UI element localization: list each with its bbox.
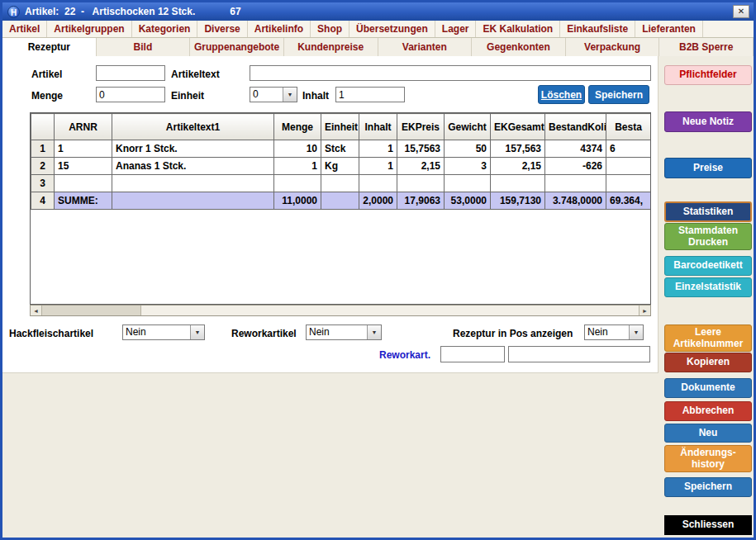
grid-cell-rownum[interactable]: 2 (31, 158, 55, 175)
tab-varianten[interactable]: Varianten (378, 38, 473, 56)
tab-artikel[interactable]: Artikel (2, 21, 47, 37)
aenderungs-history-button[interactable]: Änderungs-history (664, 445, 752, 472)
grid-cell[interactable] (606, 158, 651, 175)
artikel-label: Artikel (31, 69, 62, 80)
neu-button[interactable]: Neu (664, 424, 752, 443)
grid-cell[interactable]: 4374 (545, 140, 606, 158)
preise-button[interactable]: Preise (664, 158, 752, 178)
barcodeetikett-button[interactable]: Barcodeetikett (664, 256, 752, 276)
grid-cell[interactable]: Kg (321, 158, 359, 175)
grid-row[interactable]: 1 1 Knorr 1 Stck. 10 Stck 1 15,7563 50 1… (31, 140, 651, 158)
grid-cell (112, 192, 274, 210)
tab-b2b-sperre[interactable]: B2B Sperre (659, 38, 754, 56)
grid-cell[interactable]: Stck (321, 140, 359, 158)
speichern-button[interactable]: Speichern (664, 477, 752, 497)
leere-artikelnummer-button[interactable]: Leere Artikelnummer (664, 324, 752, 352)
grid-header-arnr: ARNR (55, 114, 112, 140)
delete-button-label: Löschen (541, 89, 582, 101)
grid-cell (321, 192, 359, 210)
grid-cell[interactable] (545, 175, 606, 192)
tab-verpackung[interactable]: Verpackung (566, 38, 660, 56)
tab-einkaufsliste[interactable]: Einkaufsliste (560, 21, 635, 37)
reworkartikel-select[interactable]: Nein ▼ (306, 324, 382, 340)
rezeptur-pos-select[interactable]: Nein ▼ (584, 324, 644, 340)
einzelstatistik-button[interactable]: Einzelstatistik (664, 277, 752, 297)
hackfleisch-select[interactable]: Nein ▼ (122, 324, 205, 340)
grid-cell[interactable]: 6 (606, 140, 651, 158)
tab-shop[interactable]: Shop (311, 21, 349, 37)
grid-cell[interactable]: 157,563 (491, 140, 545, 158)
grid-cell: 3.748,0000 (545, 192, 606, 210)
chevron-down-icon[interactable]: ▼ (629, 325, 643, 339)
grid-cell[interactable]: Knorr 1 Stck. (112, 140, 274, 158)
grid-cell[interactable] (491, 175, 545, 192)
grid-cell[interactable]: 2,15 (397, 158, 445, 175)
pflichtfelder-button[interactable]: Pflichtfelder (664, 65, 752, 85)
reworkart-input-1[interactable] (440, 346, 505, 362)
tab-uebersetzungen[interactable]: Übersetzungen (349, 21, 435, 37)
grid-cell[interactable]: 15,7563 (397, 140, 445, 158)
tab-artikelinfo[interactable]: Artikelinfo (248, 21, 311, 37)
save-row-button[interactable]: Speichern (588, 85, 649, 104)
grid-cell[interactable]: 10 (274, 140, 321, 158)
kopieren-button[interactable]: Kopieren (664, 353, 752, 372)
tab-gegenkonten[interactable]: Gegenkonten (472, 38, 566, 56)
grid-cell[interactable]: Ananas 1 Stck. (112, 158, 274, 175)
artikel-input[interactable] (96, 65, 165, 81)
grid-cell[interactable] (321, 175, 359, 192)
grid-cell[interactable]: 1 (274, 158, 321, 175)
scrollbar-thumb[interactable] (42, 306, 141, 315)
grid-cell[interactable] (274, 175, 321, 192)
grid-cell[interactable]: 3 (445, 158, 491, 175)
einheit-select[interactable]: 0 ▼ (250, 87, 297, 102)
abbrechen-button[interactable]: Abbrechen (664, 401, 752, 421)
grid-cell[interactable]: 15 (55, 158, 112, 175)
grid-cell[interactable]: 1 (359, 140, 397, 158)
tab-diverse[interactable]: Diverse (197, 21, 247, 37)
tab-artikelgruppen[interactable]: Artikelgruppen (47, 21, 131, 37)
app-icon: H (7, 6, 20, 18)
grid-cell[interactable]: 50 (445, 140, 491, 158)
grid-cell[interactable] (397, 175, 445, 192)
rezeptur-table: ARNR Artikeltext1 Menge Einheit Inhalt E… (31, 113, 651, 210)
tab-lieferanten[interactable]: Lieferanten (635, 21, 703, 37)
inhalt-input[interactable] (335, 87, 405, 102)
scroll-left-icon[interactable]: ◄ (31, 306, 42, 315)
tab-bild[interactable]: Bild (97, 38, 191, 56)
chevron-down-icon[interactable]: ▼ (190, 325, 204, 339)
grid-cell[interactable]: 2,15 (491, 158, 545, 175)
tab-kundenpreise[interactable]: Kundenpreise (284, 38, 378, 56)
grid-cell[interactable]: 1 (359, 158, 397, 175)
grid-cell[interactable] (112, 175, 274, 192)
schliessen-button[interactable]: Schliessen (664, 515, 752, 535)
stammdaten-drucken-button[interactable]: Stammdaten Drucken (664, 223, 752, 250)
grid-horizontal-scrollbar[interactable]: ◄ ► (30, 305, 651, 316)
scroll-right-icon[interactable]: ► (639, 306, 650, 315)
neue-notiz-button[interactable]: Neue Notiz (664, 111, 752, 132)
tab-rezeptur[interactable]: Rezeptur (2, 38, 97, 56)
delete-button[interactable]: Löschen (538, 85, 585, 104)
close-icon[interactable]: ✕ (733, 5, 749, 18)
tab-ek-kalkulation[interactable]: EK Kalkulation (476, 21, 560, 37)
reworkart-input-2[interactable] (508, 346, 650, 362)
grid-row[interactable]: 2 15 Ananas 1 Stck. 1 Kg 1 2,15 3 2,15 -… (31, 158, 651, 175)
grid-cell[interactable] (359, 175, 397, 192)
statistiken-button[interactable]: Statistiken (664, 201, 752, 222)
tab-lager[interactable]: Lager (435, 21, 477, 37)
grid-cell[interactable] (55, 175, 112, 192)
grid-cell[interactable] (606, 175, 651, 192)
grid-cell-rownum[interactable]: 1 (31, 140, 55, 158)
grid-cell-rownum[interactable]: 3 (31, 175, 55, 192)
chevron-down-icon[interactable]: ▼ (367, 325, 381, 339)
grid-cell[interactable]: -626 (545, 158, 606, 175)
menge-input[interactable] (96, 87, 165, 102)
tab-kategorien[interactable]: Kategorien (132, 21, 198, 37)
chevron-down-icon[interactable]: ▼ (283, 88, 297, 102)
grid-row[interactable]: 3 (31, 175, 651, 192)
grid-cell[interactable]: 1 (55, 140, 112, 158)
dokumente-button[interactable]: Dokumente (664, 378, 752, 398)
grid-cell: 2,0000 (359, 192, 397, 210)
artikeltext-input[interactable] (250, 65, 651, 81)
grid-cell[interactable] (445, 175, 491, 192)
tab-gruppenangebote[interactable]: Gruppenangebote (190, 38, 284, 56)
